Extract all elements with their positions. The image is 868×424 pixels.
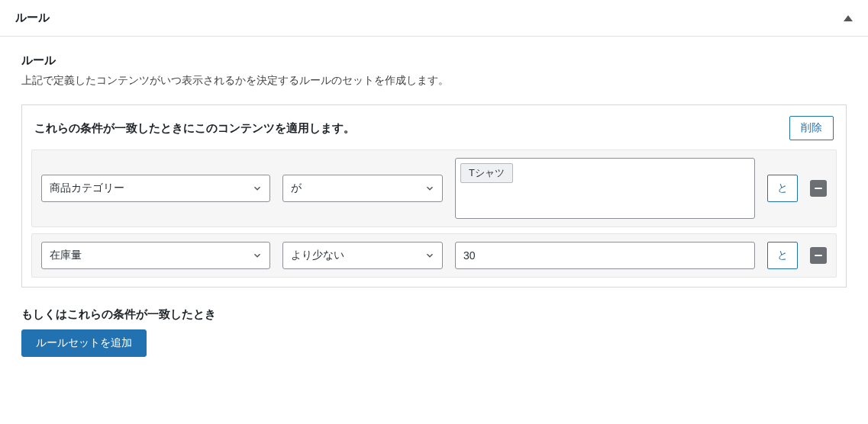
caret-up-icon [844, 15, 853, 21]
operator-select[interactable]: が [282, 175, 443, 202]
or-section: もしくはこれらの条件が一致したとき ルールセットを追加 [21, 307, 847, 357]
attribute-select-value: 在庫量 [50, 249, 82, 262]
panel-title: ルール [15, 11, 50, 25]
delete-ruleset-button[interactable]: 削除 [789, 116, 834, 140]
join-and-button[interactable]: と [767, 242, 798, 269]
minus-icon [815, 255, 822, 256]
add-ruleset-button[interactable]: ルールセットを追加 [21, 329, 147, 357]
operator-select[interactable]: より少ない [282, 242, 443, 269]
or-section-text: もしくはこれらの条件が一致したとき [21, 307, 847, 322]
value-tag[interactable]: Tシャツ [460, 163, 513, 183]
join-and-button[interactable]: と [767, 175, 798, 202]
rules-body: 商品カテゴリー が Tシャツ と [22, 149, 846, 287]
ruleset: これらの条件が一致したときにこのコンテンツを適用します。 削除 商品カテゴリー … [21, 104, 847, 287]
value-tagbox[interactable]: Tシャツ [455, 158, 755, 219]
rules-section: ルール 上記で定義したコンテンツがいつ表示されるかを決定するルールのセットを作成… [0, 37, 868, 375]
minus-icon [815, 188, 822, 189]
value-input[interactable] [455, 242, 755, 269]
attribute-select[interactable]: 在庫量 [41, 242, 270, 269]
section-description: 上記で定義したコンテンツがいつ表示されるかを決定するルールのセットを作成します。 [21, 74, 847, 88]
panel-header[interactable]: ルール [0, 0, 868, 37]
attribute-select[interactable]: 商品カテゴリー [41, 175, 270, 202]
rule-row: 商品カテゴリー が Tシャツ と [31, 149, 837, 227]
section-title: ルール [21, 53, 847, 68]
remove-rule-button[interactable] [810, 180, 827, 197]
rule-row: 在庫量 より少ない と [31, 233, 837, 278]
operator-select-value: より少ない [291, 249, 344, 262]
operator-select-value: が [291, 181, 302, 195]
ruleset-header: これらの条件が一致したときにこのコンテンツを適用します。 削除 [22, 105, 846, 149]
remove-rule-button[interactable] [810, 247, 827, 264]
attribute-select-value: 商品カテゴリー [50, 181, 124, 195]
ruleset-header-text: これらの条件が一致したときにこのコンテンツを適用します。 [34, 121, 355, 136]
